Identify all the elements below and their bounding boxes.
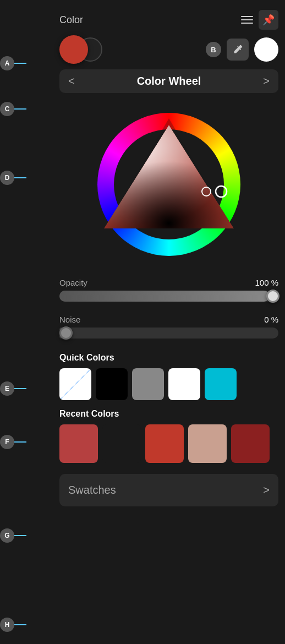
opacity-slider[interactable] xyxy=(59,291,278,302)
quick-color-cyan[interactable] xyxy=(205,368,237,400)
color-mode-title: Color Wheel xyxy=(137,75,201,88)
opacity-fill xyxy=(59,291,270,302)
panel-title: Color xyxy=(59,14,83,26)
annotation-f: F xyxy=(0,435,59,449)
swatches-bar[interactable]: Swatches > xyxy=(59,474,278,506)
header-controls: 📌 xyxy=(241,10,278,30)
nav-prev-button[interactable]: < xyxy=(68,75,75,88)
quick-colors-title: Quick Colors xyxy=(59,353,278,363)
recent-color-5[interactable] xyxy=(231,424,270,463)
annotation-d: D xyxy=(0,171,59,185)
noise-label: Noise xyxy=(59,315,80,324)
recent-color-3[interactable] xyxy=(145,424,184,463)
opacity-thumb[interactable] xyxy=(266,290,279,303)
eyedropper-button[interactable] xyxy=(227,39,249,61)
color-wheel-container[interactable] xyxy=(59,102,278,267)
opacity-label: Opacity xyxy=(59,278,87,287)
noise-value: 0 % xyxy=(264,315,278,324)
annotation-e: E xyxy=(0,381,59,396)
color-controls: B xyxy=(206,37,278,62)
quick-color-transparent[interactable] xyxy=(59,368,91,400)
swatches-arrow: > xyxy=(263,484,270,496)
quick-color-white[interactable] xyxy=(168,368,200,400)
color-selector-row: B xyxy=(59,35,278,64)
b-badge: B xyxy=(206,42,221,57)
quick-colors-grid xyxy=(59,368,278,400)
recent-colors-grid xyxy=(59,424,278,463)
color-mode-nav: < Color Wheel > xyxy=(59,69,278,93)
pin-button[interactable]: 📌 xyxy=(259,10,278,30)
noise-section: Noise 0 % xyxy=(59,315,278,339)
recent-color-1[interactable] xyxy=(59,424,98,463)
quick-color-gray[interactable] xyxy=(132,368,164,400)
noise-thumb[interactable] xyxy=(59,326,73,340)
recent-color-2[interactable] xyxy=(102,424,141,463)
foreground-color-swatch[interactable] xyxy=(59,35,88,64)
quick-color-black[interactable] xyxy=(96,368,128,400)
panel-header: Color 📌 xyxy=(59,4,278,35)
nav-next-button[interactable]: > xyxy=(263,75,270,88)
annotation-g: G xyxy=(0,528,59,543)
annotation-a: A xyxy=(0,56,59,70)
noise-slider[interactable] xyxy=(59,328,278,339)
recent-color-4[interactable] xyxy=(188,424,227,463)
white-color-swatch[interactable] xyxy=(254,37,278,62)
annotation-c: C xyxy=(0,102,59,116)
annotation-h: H xyxy=(0,618,59,632)
swatches-label: Swatches xyxy=(68,484,116,496)
opacity-section: Opacity 100 % xyxy=(59,278,278,302)
opacity-value: 100 % xyxy=(255,278,278,287)
color-wheel-svg[interactable] xyxy=(86,102,251,267)
recent-colors-title: Recent Colors xyxy=(59,409,278,419)
menu-icon[interactable] xyxy=(241,16,253,24)
